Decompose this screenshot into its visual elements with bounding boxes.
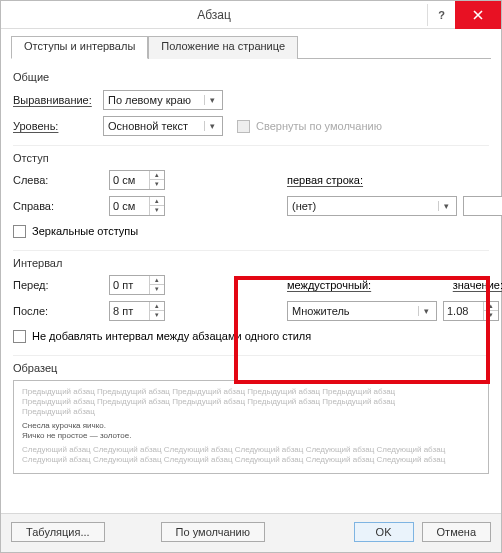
chevron-up-icon: ▴ bbox=[150, 276, 164, 285]
chevron-down-icon: ▾ bbox=[150, 311, 164, 320]
right-indent-spinner[interactable]: 0 см ▴▾ bbox=[109, 196, 165, 216]
ok-button[interactable]: OK bbox=[354, 522, 414, 542]
before-label: Перед: bbox=[13, 279, 103, 291]
first-line-value: (нет) bbox=[292, 200, 438, 212]
right-indent-value: 0 см bbox=[110, 200, 149, 212]
checkbox-icon bbox=[13, 225, 26, 238]
outline-level-select[interactable]: Основной текст ▾ bbox=[103, 116, 223, 136]
spinner-buttons[interactable]: ▴▾ bbox=[149, 197, 164, 215]
line-spacing-label: междустрочный: bbox=[287, 279, 437, 291]
level-label: Уровень: bbox=[13, 120, 103, 132]
set-default-button[interactable]: По умолчанию bbox=[161, 522, 265, 542]
left-indent-spinner[interactable]: 0 см ▴▾ bbox=[109, 170, 165, 190]
chevron-up-icon: ▴ bbox=[150, 302, 164, 311]
tab-line-page-breaks[interactable]: Положение на странице bbox=[148, 36, 298, 59]
spinner-buttons[interactable]: ▴▾ bbox=[149, 276, 164, 294]
cancel-button[interactable]: Отмена bbox=[422, 522, 491, 542]
chevron-down-icon: ▾ bbox=[438, 201, 454, 211]
collapsed-label: Свернуты по умолчанию bbox=[256, 120, 382, 132]
at-label: значение: bbox=[443, 279, 502, 291]
left-indent-label: Слева: bbox=[13, 174, 103, 186]
after-spinner[interactable]: 8 пт ▴▾ bbox=[109, 301, 165, 321]
at-spinner[interactable]: 1.08 ▴▾ bbox=[443, 301, 499, 321]
nosame-label: Не добавлять интервал между абзацами одн… bbox=[32, 330, 311, 342]
chevron-down-icon: ▾ bbox=[484, 311, 498, 320]
preview-line: Следующий абзац Следующий абзац Следующи… bbox=[22, 445, 480, 455]
close-icon bbox=[473, 10, 483, 20]
first-line-select[interactable]: (нет) ▾ bbox=[287, 196, 457, 216]
first-line-label: первая строка: bbox=[287, 174, 457, 186]
spinner-buttons[interactable]: ▴▾ bbox=[149, 171, 164, 189]
mirror-indents-checkbox[interactable]: Зеркальные отступы bbox=[13, 225, 138, 238]
no-space-same-style-checkbox[interactable]: Не добавлять интервал между абзацами одн… bbox=[13, 330, 311, 343]
before-spinner[interactable]: 0 пт ▴▾ bbox=[109, 275, 165, 295]
chevron-down-icon: ▾ bbox=[204, 121, 220, 131]
chevron-down-icon: ▾ bbox=[418, 306, 434, 316]
preview-line: Снесла курочка яичко. bbox=[22, 421, 480, 431]
before-value: 0 пт bbox=[110, 279, 149, 291]
dialog-footer: Табуляция... По умолчанию OK Отмена bbox=[1, 513, 501, 552]
help-button[interactable]: ? bbox=[427, 4, 455, 26]
alignment-label: Выравнивание: bbox=[13, 94, 103, 106]
section-general: Общие bbox=[13, 71, 489, 83]
paragraph-dialog: Абзац ? Отступы и интервалы Положение на… bbox=[0, 0, 502, 553]
titlebar: Абзац ? bbox=[1, 1, 501, 29]
preview-line: Предыдущий абзац bbox=[22, 407, 480, 417]
chevron-up-icon: ▴ bbox=[150, 197, 164, 206]
line-spacing-value: Множитель bbox=[292, 305, 418, 317]
tabs-button[interactable]: Табуляция... bbox=[11, 522, 105, 542]
preview-box: Предыдущий абзац Предыдущий абзац Предыд… bbox=[13, 380, 489, 474]
section-preview: Образец bbox=[13, 362, 489, 374]
level-value: Основной текст bbox=[108, 120, 204, 132]
left-indent-value: 0 см bbox=[110, 174, 149, 186]
section-indent: Отступ bbox=[13, 152, 489, 164]
chevron-up-icon: ▴ bbox=[150, 171, 164, 180]
after-label: После: bbox=[13, 305, 103, 317]
first-line-by-spinner[interactable]: ▴▾ bbox=[463, 196, 502, 216]
section-spacing: Интервал bbox=[13, 257, 489, 269]
right-indent-label: Справа: bbox=[13, 200, 103, 212]
alignment-value: По левому краю bbox=[108, 94, 204, 106]
collapsed-by-default-checkbox: Свернуты по умолчанию bbox=[237, 120, 382, 133]
by-label: на: bbox=[463, 174, 502, 186]
line-spacing-select[interactable]: Множитель ▾ bbox=[287, 301, 437, 321]
preview-line: Предыдущий абзац Предыдущий абзац Предыд… bbox=[22, 387, 480, 397]
after-value: 8 пт bbox=[110, 305, 149, 317]
tab-strip: Отступы и интервалы Положение на страниц… bbox=[11, 35, 491, 59]
at-value: 1.08 bbox=[444, 305, 483, 317]
preview-line: Следующий абзац Следующий абзац Следующи… bbox=[22, 455, 480, 465]
chevron-down-icon: ▾ bbox=[150, 285, 164, 294]
chevron-down-icon: ▾ bbox=[150, 180, 164, 189]
window-title: Абзац bbox=[1, 8, 427, 22]
preview-line: Предыдущий абзац Предыдущий абзац Предыд… bbox=[22, 397, 480, 407]
preview-line: Яичко не простое — золотое. bbox=[22, 431, 480, 441]
chevron-down-icon: ▾ bbox=[150, 206, 164, 215]
chevron-down-icon: ▾ bbox=[204, 95, 220, 105]
chevron-up-icon: ▴ bbox=[484, 302, 498, 311]
alignment-select[interactable]: По левому краю ▾ bbox=[103, 90, 223, 110]
checkbox-icon bbox=[237, 120, 250, 133]
checkbox-icon bbox=[13, 330, 26, 343]
close-button[interactable] bbox=[455, 1, 501, 29]
tab-indents-spacing[interactable]: Отступы и интервалы bbox=[11, 36, 148, 59]
mirror-label: Зеркальные отступы bbox=[32, 225, 138, 237]
spinner-buttons[interactable]: ▴▾ bbox=[149, 302, 164, 320]
spinner-buttons[interactable]: ▴▾ bbox=[483, 302, 498, 320]
